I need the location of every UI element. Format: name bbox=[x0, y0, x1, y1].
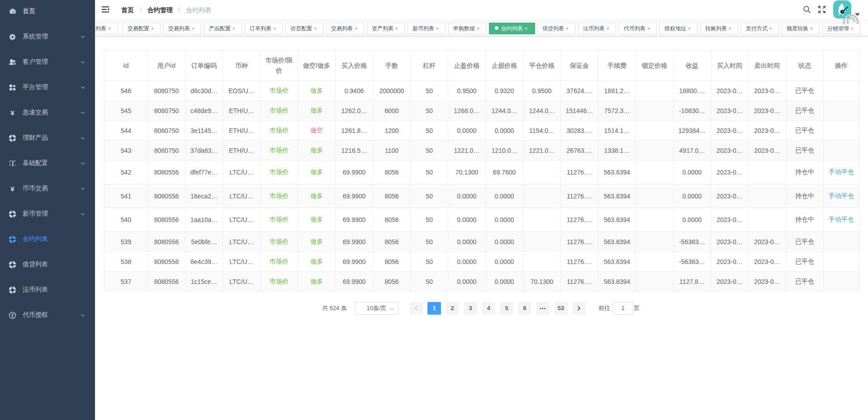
svg-text:¥: ¥ bbox=[10, 185, 14, 192]
svg-text:T: T bbox=[11, 312, 14, 318]
svg-text:¥: ¥ bbox=[10, 109, 14, 116]
